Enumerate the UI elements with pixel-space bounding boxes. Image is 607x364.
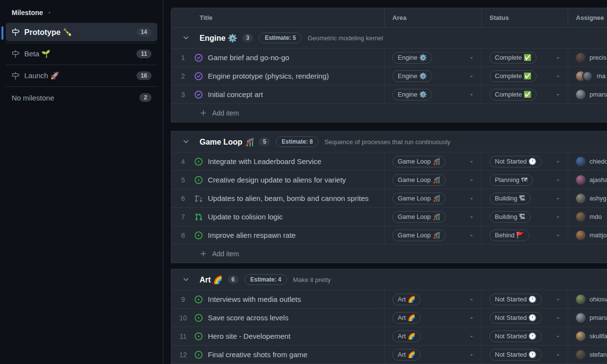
title-cell[interactable]: 3Initial concept art [171, 85, 384, 103]
area-pill[interactable]: Game Loop 🎢 [392, 211, 446, 223]
dropdown-caret-icon[interactable] [555, 92, 561, 98]
title-cell[interactable]: 8Improve alien respawn rate [171, 226, 384, 244]
sidebar-item-launch[interactable]: Launch 🚀16 [6, 65, 157, 86]
column-header-status[interactable]: Status [481, 8, 568, 27]
title-cell[interactable]: 6Updates to alien, beam, bomb and cannon… [171, 189, 384, 207]
title-cell[interactable]: 9Interviews with media outlets [171, 290, 384, 308]
status-pill[interactable]: Not Started 🕐 [489, 294, 542, 305]
dropdown-caret-icon[interactable] [555, 333, 561, 339]
status-cell[interactable]: Complete ✅ [481, 49, 568, 66]
dropdown-caret-icon[interactable] [555, 55, 561, 61]
dropdown-caret-icon[interactable] [555, 159, 561, 165]
area-cell[interactable]: Game Loop 🎢 [384, 152, 481, 170]
title-cell[interactable]: 2Engine prototype (physics, rendering) [171, 67, 384, 85]
area-cell[interactable]: Engine ⚙️ [384, 85, 481, 103]
title-cell[interactable]: 7Update to colision logic [171, 208, 384, 226]
status-pill[interactable]: Behind 🚩 [489, 230, 529, 241]
area-pill[interactable]: Game Loop 🎢 [392, 193, 446, 204]
dropdown-caret-icon[interactable] [555, 214, 561, 220]
dropdown-caret-icon[interactable] [469, 177, 474, 183]
sidebar-item-prototype[interactable]: Prototype 🍾14 [6, 23, 157, 41]
dropdown-caret-icon[interactable] [555, 232, 561, 238]
title-cell[interactable]: 4Integrate with Leaderboard Service [171, 152, 384, 170]
assignee-cell[interactable]: ashyg [568, 189, 607, 207]
status-cell[interactable]: Complete ✅ [481, 67, 568, 85]
dropdown-caret-icon[interactable] [469, 352, 474, 358]
item-title[interactable]: Improve alien respawn rate [208, 231, 296, 239]
column-header-title[interactable]: Title [171, 8, 384, 27]
group-estimate-pill[interactable]: Estimate: 5 [259, 33, 302, 43]
assignee-cell[interactable]: mdo [568, 208, 607, 226]
area-cell[interactable]: Art 🌈 [384, 346, 481, 364]
collapse-group-button[interactable] [182, 34, 190, 42]
dropdown-caret-icon[interactable] [469, 297, 474, 302]
add-item-button[interactable]: Add item [171, 103, 607, 122]
status-cell[interactable]: Not Started 🕐 [481, 309, 568, 327]
assignee-cell[interactable]: chiedo [568, 152, 607, 170]
dropdown-caret-icon[interactable] [555, 196, 561, 201]
item-title[interactable]: Updates to alien, beam, bomb and cannon … [208, 194, 369, 202]
dropdown-caret-icon[interactable] [469, 196, 474, 201]
dropdown-caret-icon[interactable] [469, 159, 474, 165]
collapse-group-button[interactable] [182, 276, 190, 283]
status-pill[interactable]: Building 🏗 [489, 211, 531, 223]
area-cell[interactable]: Game Loop 🎢 [384, 171, 481, 189]
status-cell[interactable]: Complete ✅ [481, 85, 568, 103]
status-pill[interactable]: Not Started 🕐 [489, 349, 542, 361]
assignee-cell[interactable]: pmars [568, 309, 607, 327]
sidebar-item-no-milestone[interactable]: No milestone2 [6, 87, 157, 108]
dropdown-caret-icon[interactable] [469, 214, 474, 220]
status-cell[interactable]: Not Started 🕐 [481, 152, 568, 170]
status-pill[interactable]: Not Started 🕐 [489, 331, 542, 342]
title-cell[interactable]: 12Final creative shots from game [171, 346, 384, 364]
assignee-cell[interactable]: pmars [568, 85, 607, 103]
status-cell[interactable]: Not Started 🕐 [481, 290, 568, 308]
area-cell[interactable]: Game Loop 🎢 [384, 208, 481, 226]
dropdown-caret-icon[interactable] [469, 315, 474, 321]
item-title[interactable]: Interviews with media outlets [208, 295, 301, 303]
dropdown-caret-icon[interactable] [469, 73, 474, 79]
area-pill[interactable]: Engine ⚙️ [392, 70, 432, 82]
sidebar-group-by-header[interactable]: Milestone [12, 9, 52, 17]
group-estimate-pill[interactable]: Estimate: 8 [276, 136, 319, 147]
assignee-cell[interactable]: skullfa [568, 327, 607, 345]
title-cell[interactable]: 1Game brief and go-no-go [171, 49, 384, 66]
add-item-button[interactable]: Add item [171, 244, 607, 263]
title-cell[interactable]: 5Creative design update to aliens for va… [171, 171, 384, 189]
sidebar-item-beta[interactable]: Beta 🌱11 [6, 43, 157, 65]
status-cell[interactable]: Planning 🗺 [481, 171, 568, 189]
area-pill[interactable]: Game Loop 🎢 [392, 156, 446, 167]
area-pill[interactable]: Game Loop 🎢 [392, 174, 446, 186]
status-cell[interactable]: Building 🏗 [481, 189, 568, 207]
dropdown-caret-icon[interactable] [555, 352, 561, 358]
status-cell[interactable]: Building 🏗 [481, 208, 568, 226]
area-cell[interactable]: Art 🌈 [384, 309, 481, 327]
area-cell[interactable]: Game Loop 🎢 [384, 189, 481, 207]
assignee-cell[interactable]: precis [568, 49, 607, 66]
assignee-cell[interactable]: ohiosv [568, 290, 607, 308]
status-pill[interactable]: Complete ✅ [489, 70, 537, 82]
dropdown-caret-icon[interactable] [469, 232, 474, 238]
area-pill[interactable]: Engine ⚙️ [392, 89, 432, 100]
item-title[interactable]: Game brief and go-no-go [208, 53, 289, 62]
assignee-cell[interactable]: ma [568, 67, 607, 85]
title-cell[interactable]: 11Hero site - Developement [171, 327, 384, 345]
status-cell[interactable]: Not Started 🕐 [481, 346, 568, 364]
item-title[interactable]: Initial concept art [208, 90, 263, 99]
dropdown-caret-icon[interactable] [555, 315, 561, 321]
column-header-assignee[interactable]: Assignee [568, 8, 607, 27]
area-pill[interactable]: Engine ⚙️ [392, 52, 432, 64]
title-cell[interactable]: 10Save score across levels [171, 309, 384, 327]
item-title[interactable]: Update to colision logic [208, 213, 283, 221]
status-pill[interactable]: Complete ✅ [489, 52, 537, 64]
status-pill[interactable]: Not Started 🕐 [489, 312, 542, 324]
assignee-cell[interactable]: stefan [568, 346, 607, 364]
status-cell[interactable]: Behind 🚩 [481, 226, 568, 244]
item-title[interactable]: Hero site - Developement [208, 332, 290, 340]
area-pill[interactable]: Art 🌈 [392, 312, 421, 324]
status-pill[interactable]: Not Started 🕐 [489, 156, 542, 167]
dropdown-caret-icon[interactable] [555, 73, 561, 79]
item-title[interactable]: Engine prototype (physics, rendering) [208, 72, 329, 80]
area-cell[interactable]: Engine ⚙️ [384, 49, 481, 66]
area-cell[interactable]: Game Loop 🎢 [384, 226, 481, 244]
